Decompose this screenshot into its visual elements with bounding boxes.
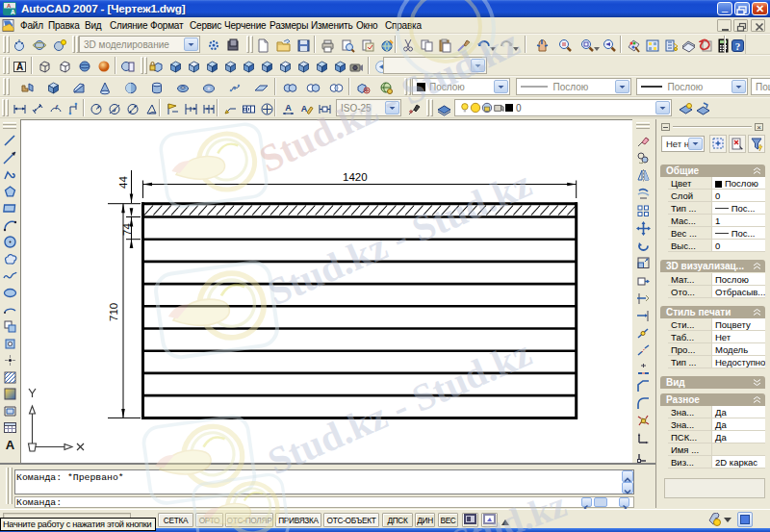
- svg-text:f: f: [55, 103, 58, 112]
- svg-text:A: A: [300, 104, 307, 114]
- svg-text:A: A: [11, 9, 15, 15]
- svg-text:?: ?: [734, 39, 740, 51]
- svg-text:A: A: [285, 103, 292, 113]
- svg-text:A: A: [15, 62, 22, 72]
- svg-text:A: A: [6, 438, 15, 452]
